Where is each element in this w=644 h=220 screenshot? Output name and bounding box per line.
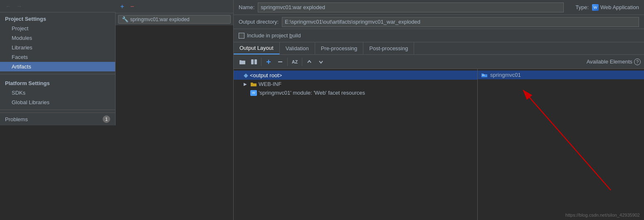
type-web-icon: W (592, 4, 599, 11)
include-build-label: Include in project build (247, 32, 301, 39)
sidebar-item-sdks[interactable]: SDKs (0, 88, 115, 98)
output-root-icon: ◆ (244, 72, 248, 78)
svg-rect-2 (254, 59, 257, 64)
remove-artifact-button[interactable]: − (128, 2, 136, 11)
name-label: Name: (239, 4, 254, 10)
web-inf-chevron: ▶ (244, 82, 249, 86)
svg-rect-1 (251, 59, 254, 64)
artifact-tab-item[interactable]: 🔧 springmvc01:war exploded (118, 15, 231, 24)
output-dir-bar: Output directory: (234, 15, 644, 29)
sidebar-item-facets[interactable]: Facets (0, 52, 115, 62)
svg-rect-6 (482, 75, 483, 76)
available-item-springmvc01[interactable]: springmvc01 (478, 71, 644, 79)
tab-output-layout[interactable]: Output Layout (234, 42, 280, 54)
bottom-divider (0, 110, 115, 110)
web-module-icon: W (250, 90, 257, 96)
artifact-tab-bar: + − (116, 0, 233, 13)
project-settings-header: Project Settings (0, 12, 115, 24)
problems-label: Problems (5, 116, 103, 122)
remove-toolbar-btn[interactable] (275, 56, 286, 67)
svg-line-9 (523, 90, 611, 190)
type-value: W Web Application (592, 4, 639, 11)
name-input[interactable] (258, 2, 564, 12)
sidebar-divider (0, 74, 115, 74)
toolbar-sep-2 (287, 58, 288, 66)
name-type-bar: Name: Type: W Web Application (234, 0, 644, 15)
problems-badge: 1 (103, 115, 110, 123)
sidebar-item-artifacts[interactable]: Artifacts (0, 62, 115, 71)
tab-post-processing[interactable]: Post-processing (363, 42, 414, 54)
available-panel: springmvc01 (478, 69, 644, 220)
watermark: https://blog.csdn.net/silon_42935902 (565, 213, 640, 218)
main-content: Name: Type: W Web Application Output dir… (234, 0, 644, 220)
add-toolbar-btn[interactable] (263, 56, 274, 67)
output-dir-input[interactable] (282, 17, 639, 27)
add-artifact-button[interactable]: + (118, 2, 126, 11)
forward-button[interactable]: → (14, 1, 24, 11)
platform-settings-header: Platform Settings (0, 77, 115, 88)
tree-item-module-resources[interactable]: W 'springmvc01' module: 'Web' facet reso… (234, 88, 477, 97)
toolbar-row: AZ Available Elements ? (234, 55, 644, 69)
sidebar-item-global-libraries[interactable]: Global Libraries (0, 98, 115, 107)
down-toolbar-btn[interactable] (316, 56, 326, 67)
tab-validation[interactable]: Validation (280, 42, 315, 54)
artifact-panel: ◆ <output root> ▶ WEB-INF W 'springmvc01… (234, 69, 478, 220)
content-panels: ◆ <output root> ▶ WEB-INF W 'springmvc01… (234, 69, 644, 220)
available-elements-header: Available Elements ? (587, 59, 641, 65)
include-build-bar: Include in project build (234, 29, 644, 42)
problems-row[interactable]: Problems 1 (0, 112, 115, 125)
tree-item-output-root[interactable]: ◆ <output root> (234, 71, 477, 80)
include-build-checkbox[interactable] (239, 33, 244, 39)
sidebar: Project Settings Project Modules Librari… (0, 12, 116, 125)
up-toolbar-btn[interactable] (304, 56, 315, 67)
folder-icon (250, 81, 257, 87)
toolbar-sep-1 (261, 58, 262, 66)
output-dir-label: Output directory: (239, 19, 279, 25)
tabs-row: Output Layout Validation Pre-processing … (234, 42, 644, 55)
sidebar-item-project[interactable]: Project (0, 24, 115, 33)
tab-pre-processing[interactable]: Pre-processing (315, 42, 363, 54)
type-label: Type: (575, 4, 589, 10)
help-icon[interactable]: ? (634, 59, 641, 65)
sidebar-item-libraries[interactable]: Libraries (0, 43, 115, 52)
sidebar-item-modules[interactable]: Modules (0, 33, 115, 43)
back-button[interactable]: ← (3, 1, 13, 11)
artifact-tab-label: springmvc01:war exploded (130, 17, 190, 22)
top-nav-bar: ← → (0, 0, 116, 12)
red-arrow-annotation (478, 69, 644, 220)
tree-item-web-inf[interactable]: ▶ WEB-INF (234, 80, 477, 88)
sort-toolbar-btn[interactable]: AZ (289, 56, 300, 67)
folder-toolbar-btn[interactable] (237, 56, 248, 67)
columns-toolbar-btn[interactable] (249, 56, 259, 67)
svg-rect-7 (484, 75, 484, 76)
module-folder-icon (481, 72, 488, 78)
toolbar-sep-3 (302, 58, 302, 66)
svg-rect-0 (239, 61, 245, 64)
